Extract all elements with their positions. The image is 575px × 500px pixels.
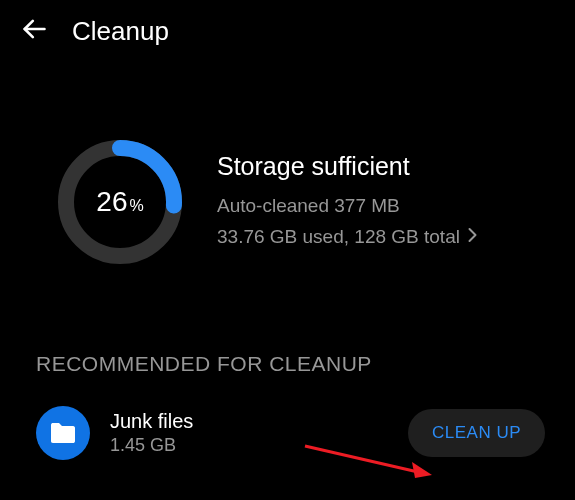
junk-files-text: Junk files 1.45 GB (110, 410, 388, 456)
header: Cleanup (0, 0, 575, 62)
junk-files-item[interactable]: Junk files 1.45 GB CLEAN UP (0, 396, 575, 470)
storage-donut-chart: 26 % (55, 137, 185, 267)
recommended-title: RECOMMENDED FOR CLEANUP (0, 297, 575, 396)
storage-status-title: Storage sufficient (217, 152, 545, 181)
percent-value: 26 (96, 186, 127, 218)
clean-up-button[interactable]: CLEAN UP (408, 409, 545, 457)
folder-icon (36, 406, 90, 460)
storage-detail: 33.76 GB used, 128 GB total (217, 222, 460, 252)
storage-section[interactable]: 26 % Storage sufficient Auto-cleaned 377… (0, 62, 575, 297)
percent-unit: % (129, 197, 143, 215)
junk-files-title: Junk files (110, 410, 388, 433)
page-title: Cleanup (72, 16, 169, 47)
storage-autoclean: Auto-cleaned 377 MB (217, 191, 545, 221)
chevron-right-icon (468, 227, 477, 247)
junk-files-size: 1.45 GB (110, 435, 388, 456)
storage-info: Storage sufficient Auto-cleaned 377 MB 3… (217, 152, 545, 252)
back-icon[interactable] (20, 15, 48, 47)
storage-detail-row: 33.76 GB used, 128 GB total (217, 222, 545, 252)
donut-center: 26 % (96, 186, 143, 218)
